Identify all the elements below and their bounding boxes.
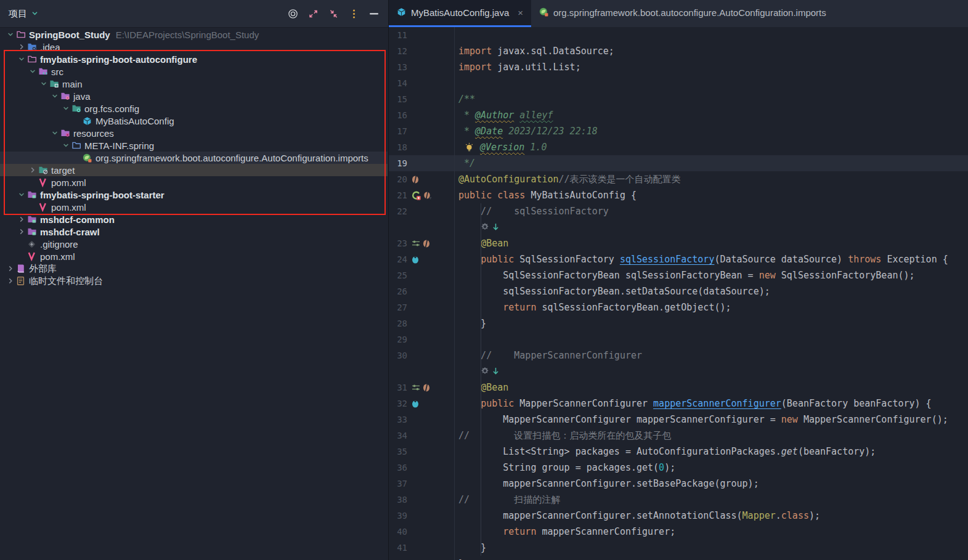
code-text[interactable]: * @Author alleyf [454, 107, 968, 123]
tree-item-java[interactable]: java [0, 90, 388, 102]
tree-item-src[interactable]: src [0, 65, 388, 78]
chevron-down-icon[interactable] [16, 55, 27, 63]
bean-teal-icon[interactable] [412, 256, 419, 264]
code-line[interactable]: 12import javax.sql.DataSource; [389, 43, 968, 59]
code-text[interactable]: mapperScannerConfigurer.setAnnotationCla… [454, 508, 968, 524]
code-line[interactable]: 34// 设置扫描包：启动类所在的包及其子包 [389, 428, 968, 444]
code-text[interactable]: sqlSessionFactoryBean.setDataSource(data… [454, 283, 968, 299]
code-text[interactable]: @Bean [454, 379, 968, 396]
tree-item-pom-xml[interactable]: pom.xml [0, 201, 388, 213]
code-text[interactable]: import javax.sql.DataSource; [454, 43, 968, 59]
inlay-hint-icons[interactable] [481, 364, 499, 380]
chevron-down-icon[interactable] [31, 9, 39, 19]
code-line[interactable]: 19 */ [389, 155, 968, 171]
code-line[interactable]: 39 mapperScannerConfigurer.setAnnotation… [389, 508, 968, 524]
tree-item-fmybatis-spring-boot-autoconfigure[interactable]: fmybatis-spring-boot-autoconfigure [0, 53, 388, 65]
code-line[interactable]: 14 [389, 75, 968, 91]
code-text[interactable] [454, 219, 968, 235]
sliders-icon[interactable] [412, 240, 420, 247]
code-line[interactable]: 23 @Bean [389, 235, 968, 251]
code-line[interactable]: 36 String group = packages.get(0); [389, 460, 968, 476]
chevron-right-icon[interactable] [16, 43, 27, 51]
code-text[interactable] [454, 331, 968, 347]
inlay-arrow-icon[interactable] [492, 364, 499, 380]
code-text[interactable]: // 扫描的注解 [454, 492, 968, 508]
inlay-arrow-icon[interactable] [492, 220, 499, 236]
inlay-hint-row[interactable] [389, 219, 968, 235]
expand-all-button[interactable] [307, 8, 319, 19]
code-text[interactable]: List<String> packages = AutoConfiguratio… [454, 444, 968, 460]
tree-item-org-fcs-config[interactable]: org.fcs.config [0, 102, 388, 115]
code-line[interactable]: 17 * @Date 2023/12/23 22:18 [389, 123, 968, 139]
code-text[interactable]: String group = packages.get(0); [454, 460, 968, 476]
more-options-button[interactable] [348, 8, 359, 19]
tree-item-mybatisautoconfig[interactable]: MyBatisAutoConfig [0, 115, 388, 127]
code-line[interactable]: 38// 扫描的注解 [389, 492, 968, 508]
code-line[interactable]: 16 * @Author alleyf [389, 107, 968, 123]
code-text[interactable] [454, 75, 968, 91]
code-line[interactable]: 22 // sqlSessionFactory [389, 203, 968, 219]
code-text[interactable] [454, 27, 968, 43]
code-line[interactable]: 24 public SqlSessionFactory sqlSessionFa… [389, 251, 968, 267]
bean-icon[interactable] [412, 176, 419, 184]
tree-item--idea[interactable]: .idea [0, 41, 388, 53]
inlay-hint-icons[interactable] [481, 220, 499, 236]
code-text[interactable]: public MapperScannerConfigurer mapperSca… [454, 396, 968, 412]
code-text[interactable]: public SqlSessionFactory sqlSessionFacto… [454, 251, 968, 267]
code-text[interactable]: // sqlSessionFactory [454, 203, 968, 219]
tree-item-target[interactable]: target [0, 164, 388, 176]
chevron-right-icon[interactable] [16, 228, 27, 235]
bean-teal-icon[interactable] [412, 400, 419, 408]
code-line[interactable]: 32 public MapperScannerConfigurer mapper… [389, 396, 968, 412]
chevron-down-icon[interactable] [49, 129, 60, 137]
tree-item-mshdcf-common[interactable]: mshdcf-common [0, 213, 388, 225]
code-text[interactable]: /** [454, 91, 968, 107]
code-line[interactable]: 15/** [389, 91, 968, 107]
code-text[interactable]: * @Date 2023/12/23 22:18 [454, 123, 968, 139]
code-line[interactable]: 13import java.util.List; [389, 59, 968, 75]
inlay-gear-icon[interactable] [481, 364, 489, 380]
chevron-down-icon[interactable] [38, 80, 49, 87]
tree-item-meta-inf-spring[interactable]: META-INF.spring [0, 139, 388, 152]
chevron-right-icon[interactable] [5, 277, 16, 285]
code-line[interactable]: 25 SqlSessionFactoryBean sqlSessionFacto… [389, 267, 968, 283]
code-line[interactable]: 41 } [389, 540, 968, 556]
chevron-down-icon[interactable] [49, 92, 60, 100]
code-text[interactable] [454, 363, 968, 379]
code-line[interactable]: 40 return mapperScannerConfigurer; [389, 524, 968, 540]
code-text[interactable]: } [454, 315, 968, 331]
code-text[interactable]: @AutoConfiguration//表示该类是一个自动配置类 [454, 171, 968, 187]
chevron-right-icon[interactable] [5, 265, 16, 272]
code-line[interactable]: 11 [389, 27, 968, 43]
code-line[interactable]: 37 mapperScannerConfigurer.setBasePackag… [389, 476, 968, 492]
code-line[interactable]: 31 @Bean [389, 379, 968, 396]
code-line[interactable]: 35 List<String> packages = AutoConfigura… [389, 444, 968, 460]
chevron-down-icon[interactable] [60, 105, 71, 112]
collapse-all-button[interactable] [328, 8, 339, 19]
close-icon[interactable]: × [518, 7, 523, 18]
sliders-icon[interactable] [412, 384, 420, 391]
code-line[interactable]: 18 @Version 1.0 [389, 139, 968, 155]
tree-item--gitignore[interactable]: .gitignore [0, 238, 388, 250]
code-text[interactable]: return sqlSessionFactoryBean.getObject()… [454, 299, 968, 315]
spring-class-icon[interactable] [412, 191, 421, 200]
tree-item-fmybatis-spring-boot-starter[interactable]: fmybatis-spring-boot-starter [0, 189, 388, 201]
chevron-down-icon[interactable] [16, 191, 27, 198]
code-text[interactable]: import java.util.List; [454, 59, 968, 75]
tree-item-org-springframework-boot-autoconfigure-a[interactable]: org.springframework.boot.autoconfigure.A… [0, 152, 388, 164]
code-line[interactable]: 20@AutoConfiguration//表示该类是一个自动配置类 [389, 171, 968, 187]
bulb-icon[interactable] [465, 143, 473, 152]
code-line[interactable]: 29 [389, 331, 968, 347]
locate-button[interactable] [287, 8, 298, 19]
tree-item-resources[interactable]: resources [0, 127, 388, 139]
code-text[interactable]: // 设置扫描包：启动类所在的包及其子包 [454, 428, 968, 444]
bean-icon[interactable] [423, 384, 430, 392]
code-line[interactable]: 28 } [389, 315, 968, 331]
tree-item-mshdcf-crawl[interactable]: mshdcf-crawl [0, 225, 388, 238]
code-text[interactable]: } [454, 540, 968, 556]
chevron-down-icon[interactable] [27, 68, 38, 75]
code-text[interactable]: MapperScannerConfigurer mapperScannerCon… [454, 412, 968, 428]
code-line[interactable]: 30 // MapperScannerConfigurer [389, 347, 968, 363]
code-line[interactable]: 27 return sqlSessionFactoryBean.getObjec… [389, 299, 968, 315]
tool-window-title[interactable]: 项目 [9, 8, 27, 20]
